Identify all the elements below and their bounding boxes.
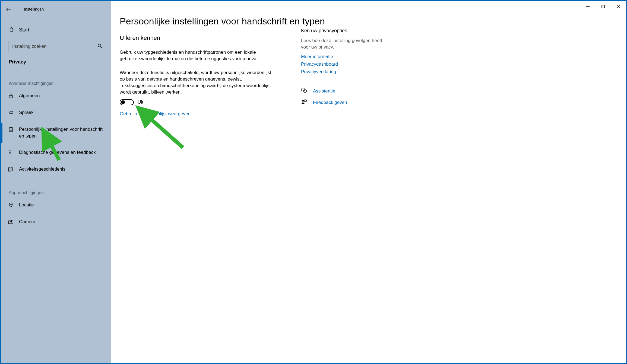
- sidebar-item-inking-typing[interactable]: Persoonlijke instellingen voor handschri…: [1, 121, 111, 144]
- give-feedback-link[interactable]: Feedback geven: [301, 99, 385, 106]
- feedback-person-icon: [301, 99, 308, 106]
- main-content: Persoonlijke instellingen voor handschri…: [111, 1, 395, 226]
- sidebar-item-label: Activiteitsgeschiedenis: [19, 166, 65, 173]
- camera-icon: [8, 219, 14, 226]
- feedback-icon: [8, 150, 14, 156]
- sidebar-item-location[interactable]: Locatie: [1, 197, 111, 214]
- aside-description: Lees hoe deze instelling gevolgen heeft …: [301, 37, 385, 50]
- svg-point-24: [302, 100, 304, 102]
- feedback-link-label: Feedback geven: [313, 100, 347, 105]
- svg-rect-7: [9, 95, 12, 98]
- group-windows-permissions: Windows-machtigingen: [1, 81, 111, 86]
- sidebar-item-activity-history[interactable]: Activiteitsgeschiedenis: [1, 161, 111, 178]
- svg-rect-25: [304, 100, 306, 101]
- get-help-link[interactable]: Assistentie: [301, 88, 385, 95]
- description-text-2: Wanneer deze functie is uitgeschakeld, w…: [120, 69, 272, 95]
- sidebar-item-speech[interactable]: Spraak: [1, 104, 111, 121]
- sidebar-item-label: Persoonlijke instellingen voor handschri…: [19, 126, 108, 139]
- svg-rect-16: [11, 168, 13, 171]
- svg-point-8: [9, 112, 11, 114]
- sidebar-item-label: Locatie: [19, 202, 34, 209]
- clipboard-icon: [8, 127, 14, 133]
- svg-rect-15: [9, 168, 10, 171]
- page-title: Persoonlijke instellingen voor handschri…: [120, 16, 395, 27]
- search-box[interactable]: [8, 41, 105, 52]
- sidebar-item-label: Camera: [19, 219, 35, 225]
- inking-typing-toggle[interactable]: [120, 99, 134, 105]
- back-button[interactable]: [3, 4, 14, 15]
- home-button[interactable]: Start: [1, 24, 111, 36]
- link-privacy-dashboard[interactable]: Privacydashboard: [301, 62, 385, 67]
- home-label: Start: [19, 27, 29, 33]
- sidebar-item-label: Diagnostische gegevens en feedback: [19, 149, 96, 156]
- svg-point-19: [10, 204, 11, 205]
- sidebar-item-diagnostics[interactable]: Diagnostische gegevens en feedback: [1, 144, 111, 161]
- search-icon: [98, 44, 102, 49]
- section-title: U leren kennen: [120, 34, 293, 41]
- svg-point-21: [10, 221, 12, 223]
- svg-point-14: [9, 151, 11, 153]
- settings-window: Instellingen Start Privacy Windows-macht…: [1, 1, 395, 226]
- sidebar-item-label: Algemeen: [19, 92, 40, 99]
- app-title: Instellingen: [24, 7, 44, 11]
- view-dictionary-link[interactable]: Gebruikerswoordenlijst weergeven: [120, 111, 191, 117]
- help-link-label: Assistentie: [313, 88, 335, 94]
- activity-icon: [8, 167, 14, 173]
- svg-line-6: [101, 47, 102, 48]
- sidebar: Instellingen Start Privacy Windows-macht…: [1, 1, 111, 226]
- location-icon: [8, 202, 14, 209]
- aside-title: Ken uw privacyopties: [301, 28, 385, 34]
- group-app-permissions: App-machtigingen: [1, 190, 111, 195]
- sidebar-item-general[interactable]: Algemeen: [1, 88, 111, 104]
- link-privacy-statement[interactable]: Privacyverklaring: [301, 69, 385, 75]
- description-text-1: Gebruik uw typgeschiedenis en handschrif…: [120, 49, 272, 62]
- search-input[interactable]: [12, 44, 98, 49]
- home-icon: [9, 27, 14, 33]
- svg-point-5: [98, 44, 101, 47]
- speech-icon: [8, 110, 14, 116]
- toggle-knob: [121, 100, 125, 104]
- category-label: Privacy: [1, 59, 111, 65]
- lock-icon: [8, 93, 14, 100]
- link-more-info[interactable]: Meer informatie: [301, 54, 385, 59]
- sidebar-item-camera[interactable]: Camera: [1, 214, 111, 226]
- sidebar-item-label: Spraak: [19, 109, 34, 116]
- help-icon: [301, 88, 308, 95]
- toggle-state-label: Uit: [138, 100, 143, 105]
